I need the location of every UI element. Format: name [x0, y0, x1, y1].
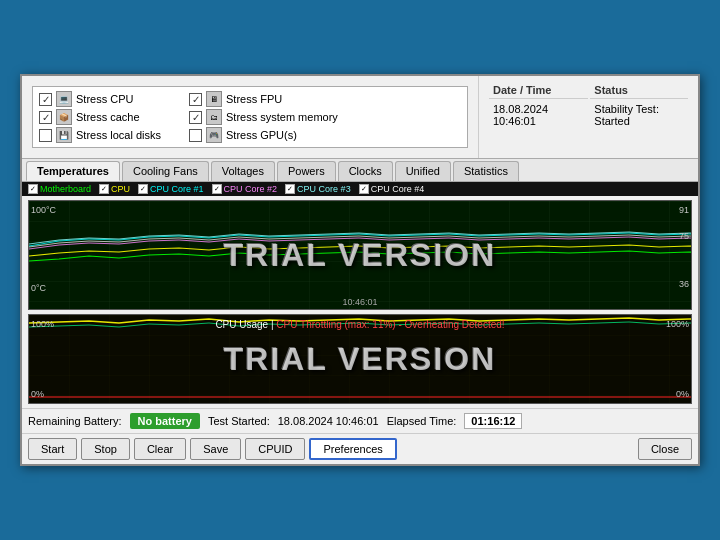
elapsed-value: 01:16:12: [464, 413, 522, 429]
stress-item-fpu: 🖥 Stress FPU: [189, 91, 319, 107]
usage-chart-container: CPU Usage | CPU Throttling (max: 11%) - …: [22, 314, 698, 404]
clear-button[interactable]: Clear: [134, 438, 186, 460]
legend-cpu: ✓ CPU: [99, 184, 130, 194]
date-value: 18.08.2024 10:46:01: [489, 101, 588, 129]
label-cache: Stress cache: [76, 111, 140, 123]
close-button[interactable]: Close: [638, 438, 692, 460]
test-started-value: 18.08.2024 10:46:01: [278, 415, 379, 427]
label-disks: Stress local disks: [76, 129, 161, 141]
cpu-usage-label: CPU Usage | CPU Throttling (max: 11%) - …: [215, 319, 504, 330]
usage-y-right-top: 100%: [666, 319, 689, 329]
legend-core1: ✓ CPU Core #1: [138, 184, 204, 194]
usage-y-bottom: 0%: [31, 389, 44, 399]
legend-core1-label: CPU Core #1: [150, 184, 204, 194]
legend-cpu-label: CPU: [111, 184, 130, 194]
stress-item-gpu: 🎮 Stress GPU(s): [189, 127, 319, 143]
stress-item-cpu: 💻 Stress CPU: [39, 91, 169, 107]
legend-motherboard: ✓ Motherboard: [28, 184, 91, 194]
battery-status: No battery: [130, 413, 200, 429]
status-panel: Date / Time Status 18.08.2024 10:46:01 S…: [478, 76, 698, 158]
temp-y-right-mid: 75: [679, 231, 689, 241]
stress-list-panel: 💻 Stress CPU 🖥 Stress FPU 📦 Stress cache…: [22, 76, 478, 158]
cpu-usage-title: CPU Usage: [215, 319, 268, 330]
temp-y-right-top: 91: [679, 205, 689, 215]
usage-y-top: 100%: [31, 319, 54, 329]
tab-voltages[interactable]: Voltages: [211, 161, 275, 181]
svg-rect-1: [29, 201, 691, 309]
label-memory: Stress system memory: [226, 111, 338, 123]
temp-chart: 100°C 0°C 91 75 36 10:46:01 TRIAL VERSIO…: [22, 200, 698, 310]
label-gpu: Stress GPU(s): [226, 129, 297, 141]
tab-clocks[interactable]: Clocks: [338, 161, 393, 181]
action-bar: Start Stop Clear Save CPUID Preferences …: [22, 433, 698, 464]
icon-cpu: 💻: [56, 91, 72, 107]
checkbox-memory[interactable]: [189, 111, 202, 124]
stress-list: 💻 Stress CPU 🖥 Stress FPU 📦 Stress cache…: [32, 86, 468, 148]
usage-chart: CPU Usage | CPU Throttling (max: 11%) - …: [28, 314, 692, 404]
temp-chart-area: 100°C 0°C 91 75 36 10:46:01 TRIAL VERSIO…: [28, 200, 692, 310]
stop-button[interactable]: Stop: [81, 438, 130, 460]
temp-chart-svg: [29, 201, 691, 309]
start-button[interactable]: Start: [28, 438, 77, 460]
temp-x-label: 10:46:01: [342, 297, 377, 307]
legend-core2: ✓ CPU Core #2: [212, 184, 278, 194]
checkbox-disks[interactable]: [39, 129, 52, 142]
status-value: Stability Test: Started: [590, 101, 688, 129]
tab-temperatures[interactable]: Temperatures: [26, 161, 120, 181]
remaining-battery-label: Remaining Battery:: [28, 415, 122, 427]
date-time-header: Date / Time: [489, 82, 588, 99]
checkbox-cpu[interactable]: [39, 93, 52, 106]
cpuid-button[interactable]: CPUID: [245, 438, 305, 460]
temp-y-right-bottom: 36: [679, 279, 689, 289]
top-section: 💻 Stress CPU 🖥 Stress FPU 📦 Stress cache…: [22, 76, 698, 158]
legend-core3: ✓ CPU Core #3: [285, 184, 351, 194]
cpu-throttle-text: CPU Throttling (max: 11%) - Overheating …: [276, 319, 504, 330]
checkbox-fpu[interactable]: [189, 93, 202, 106]
test-started-label: Test Started:: [208, 415, 270, 427]
preferences-button[interactable]: Preferences: [309, 438, 396, 460]
icon-fpu: 🖥: [206, 91, 222, 107]
legend-core4-label: CPU Core #4: [371, 184, 425, 194]
elapsed-label: Elapsed Time:: [387, 415, 457, 427]
legend-core3-label: CPU Core #3: [297, 184, 351, 194]
tab-powers[interactable]: Powers: [277, 161, 336, 181]
legend-core2-label: CPU Core #2: [224, 184, 278, 194]
save-button[interactable]: Save: [190, 438, 241, 460]
tab-unified[interactable]: Unified: [395, 161, 451, 181]
checkbox-gpu[interactable]: [189, 129, 202, 142]
usage-y-right-bottom: 0%: [676, 389, 689, 399]
status-header: Status: [590, 82, 688, 99]
label-cpu: Stress CPU: [76, 93, 133, 105]
tab-cooling-fans[interactable]: Cooling Fans: [122, 161, 209, 181]
icon-gpu: 🎮: [206, 127, 222, 143]
icon-cache: 📦: [56, 109, 72, 125]
bottom-bar: Remaining Battery: No battery Test Start…: [22, 408, 698, 433]
temp-y-bottom: 0°C: [31, 283, 46, 293]
main-window: 💻 Stress CPU 🖥 Stress FPU 📦 Stress cache…: [20, 74, 700, 466]
stress-item-disks: 💾 Stress local disks: [39, 127, 169, 143]
status-table: Date / Time Status 18.08.2024 10:46:01 S…: [487, 80, 690, 131]
stress-item-cache: 📦 Stress cache: [39, 109, 169, 125]
checkbox-cache[interactable]: [39, 111, 52, 124]
stress-item-memory: 🗂 Stress system memory: [189, 109, 338, 125]
icon-disks: 💾: [56, 127, 72, 143]
temp-y-top: 100°C: [31, 205, 56, 215]
tabs-bar: Temperatures Cooling Fans Voltages Power…: [22, 158, 698, 182]
temp-chart-container: ✓ Motherboard ✓ CPU ✓ CPU Core #1 ✓ CPU …: [22, 182, 698, 310]
temp-chart-legend: ✓ Motherboard ✓ CPU ✓ CPU Core #1 ✓ CPU …: [22, 182, 698, 196]
tab-statistics[interactable]: Statistics: [453, 161, 519, 181]
legend-core4: ✓ CPU Core #4: [359, 184, 425, 194]
icon-memory: 🗂: [206, 109, 222, 125]
label-fpu: Stress FPU: [226, 93, 282, 105]
legend-mb-label: Motherboard: [40, 184, 91, 194]
